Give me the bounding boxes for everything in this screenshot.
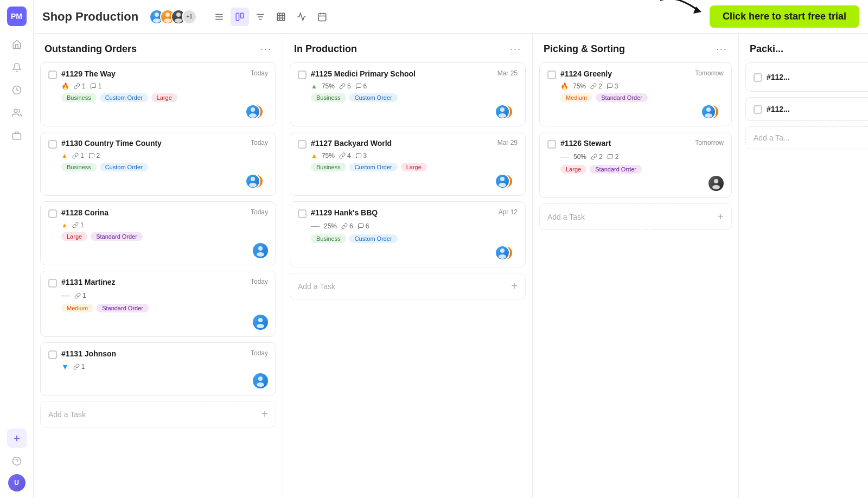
task-assignee [253,243,268,258]
add-task-plus-icon: + [717,210,724,223]
task-card-1129-way[interactable]: #1129 The Way Today 🔥 1 1 [40,62,276,126]
svg-point-42 [257,324,264,328]
tag-large: Large [401,163,427,171]
task-checkbox[interactable] [298,140,307,149]
task-meta: — 25% 6 6 [311,221,518,231]
task-card-packing-2[interactable]: #112... [745,97,868,121]
team-avatars: +1 [149,9,197,24]
add-task-plus-icon: + [511,280,518,292]
task-assignees [495,104,518,119]
task-checkbox[interactable] [48,140,57,149]
task-checkbox[interactable] [48,279,57,288]
free-trial-button[interactable]: Click here to start free trial [710,5,859,28]
toolbar-filter-btn[interactable] [251,8,270,26]
task-assignees [245,174,268,189]
sidebar-item-projects[interactable] [7,126,27,145]
task-card-1124[interactable]: #1124 Greenly Tomorrow 🔥 75% 2 3 [539,62,732,126]
column-picking-more[interactable]: ··· [716,43,727,55]
column-packing-header: Packi... ··· [739,34,868,62]
task-tags: Business Custom Order Large [61,93,268,102]
sidebar-help-button[interactable] [7,451,27,471]
add-task-packing[interactable]: Add a Ta... [745,126,868,149]
svg-point-31 [251,107,255,112]
assignee-avatar-1 [495,104,510,119]
svg-point-39 [258,246,263,251]
sidebar-item-home[interactable] [7,35,27,54]
task-date: Mar 25 [497,69,518,77]
task-card-1127[interactable]: #1127 Backyard World Mar 29 ▲ 75% 4 3 [290,132,526,196]
task-checkbox[interactable] [754,105,762,114]
column-outstanding-title: Outstanding Orders [44,43,137,55]
column-packing-body: #112... #112... Add a Ta... [739,62,868,498]
tag-large: Large [560,165,586,174]
task-card-1131-martinez[interactable]: #1131 Martinez Today — 1 Medium Standard… [40,271,276,337]
column-in-production-more[interactable]: ··· [510,43,521,55]
task-tags: Business Custom Order Large [311,163,518,171]
svg-point-61 [714,179,718,183]
svg-point-49 [500,177,505,181]
task-title: #1131 Martinez [61,278,116,286]
sidebar-item-notifications[interactable] [7,58,27,77]
sidebar-item-users[interactable] [7,103,27,123]
column-in-production-title: In Production [294,43,357,55]
page-title: Shop Production [42,10,138,24]
column-in-production-body: #1125 Medici Primary School Mar 25 ▲ 75%… [283,62,532,498]
svg-point-9 [165,12,170,17]
task-checkbox[interactable] [754,73,762,82]
cta-area: Click here to start free trial [710,5,859,28]
task-tags: Large Standard Order [61,232,268,241]
task-meta: ▲ 1 2 [61,152,268,159]
task-title: #1125 Medici Primary School [311,69,416,78]
task-card-1128[interactable]: #1128 Corina Today ▲ 1 Large Standard Or… [40,201,276,265]
task-tags: Business Custom Order [61,163,268,171]
task-card-1126[interactable]: #1126 Stewart Tomorrow — 50% 2 2 [539,132,732,198]
add-task-in-production[interactable]: Add a Task + [290,273,526,299]
task-assignee [253,315,268,330]
svg-rect-2 [12,133,21,139]
progress-pct: 75% [573,82,586,90]
task-tags: Business Custom Order [311,234,518,243]
column-in-production-header: In Production ··· [283,34,532,62]
task-card-1130[interactable]: #1130 Country Time County Today ▲ 1 2 [40,132,276,196]
task-title: #1124 Greenly [560,69,612,78]
add-task-label: Add a Task [48,410,86,419]
task-card-packing-1[interactable]: #112... [745,62,868,92]
sidebar-add-button[interactable] [7,429,27,448]
task-checkbox[interactable] [298,71,307,79]
task-card-1125[interactable]: #1125 Medici Primary School Mar 25 ▲ 75%… [290,62,526,126]
svg-point-57 [706,107,711,112]
add-task-picking[interactable]: Add a Task + [539,203,732,230]
toolbar-board-btn[interactable] [231,8,249,26]
toolbar-calendar-btn[interactable] [313,8,331,26]
tag-custom-order: Custom Order [349,234,398,243]
comment-count: 3 [607,82,618,90]
task-checkbox[interactable] [547,140,556,149]
task-checkbox[interactable] [48,71,57,79]
sidebar-item-recent[interactable] [7,80,27,100]
column-outstanding-more[interactable]: ··· [260,43,272,55]
svg-rect-17 [241,13,244,18]
svg-point-45 [500,107,505,112]
avatar-count[interactable]: +1 [182,9,197,24]
task-meta: ▲ 75% 4 3 [311,152,518,159]
priority-icon: ▼ [61,362,69,371]
toolbar-chart-btn[interactable] [292,8,311,26]
assignee-avatar-1 [701,104,716,119]
task-card-1131-johnson[interactable]: #1131 Johnson Today ▼ 1 [40,342,276,395]
task-checkbox[interactable] [48,350,57,359]
task-meta: ▲ 1 [61,221,268,229]
toolbar-table-btn[interactable] [272,8,290,26]
tag-standard-order: Standard Order [590,165,642,174]
column-packing-title: Packi... [750,43,783,55]
app-logo[interactable]: PM [7,7,27,26]
task-card-1129-hank[interactable]: #1129 Hank's BBQ Apr 12 — 25% 6 6 [290,201,526,267]
add-task-outstanding[interactable]: Add a Task + [40,401,276,427]
user-avatar[interactable]: U [8,474,25,491]
comment-count: 1 [90,82,102,90]
svg-point-43 [258,376,263,381]
task-checkbox[interactable] [547,71,556,79]
comment-count: 2 [607,153,619,161]
task-checkbox[interactable] [48,209,57,218]
task-checkbox[interactable] [298,209,307,218]
toolbar-list-btn[interactable] [210,8,228,26]
